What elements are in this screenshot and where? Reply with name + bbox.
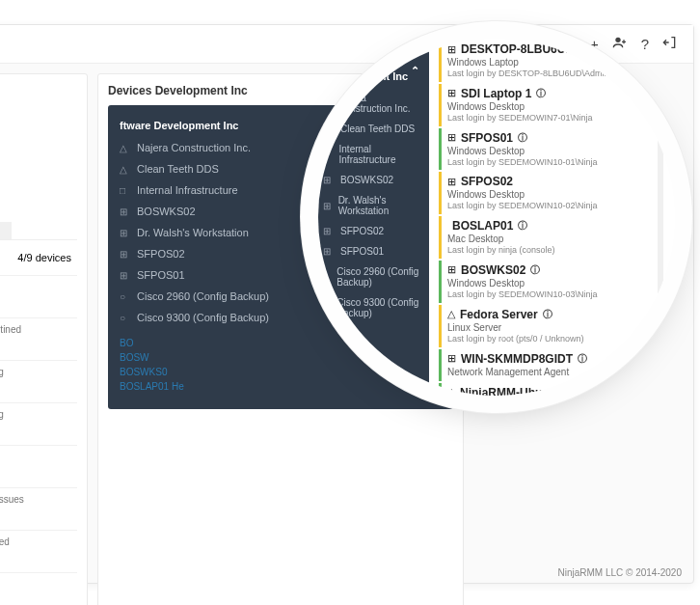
os-icon: ⊞ (447, 352, 456, 365)
os-icon: ⊞ (447, 263, 456, 276)
sidebar-item-label: SFPOS02 (137, 248, 185, 260)
sidebar-item-icon: △ (120, 164, 131, 175)
sidebar-item-icon: ⊞ (120, 228, 131, 238)
sidebar-item-label: Cisco 2960 (Config Backup) (337, 266, 419, 288)
magnifier-lens: ftware Development Inc ⌃ △Najera Constru… (318, 39, 675, 396)
info-icon[interactable]: ⓘ (518, 219, 527, 233)
info-icon[interactable]: ⓘ (543, 308, 552, 321)
add-icon[interactable]: + (590, 36, 599, 52)
device-item[interactable]: ⊞SFPOS02Windows DesktopLast login by SED… (439, 172, 675, 214)
device-login: Last login by SEDEMOWIN7-01\Ninja (447, 113, 675, 124)
sidebar-item-icon: ⊞ (120, 249, 131, 260)
os-icon: ⊞ (447, 131, 456, 144)
stat-item (0, 275, 77, 314)
health-chart (0, 105, 77, 240)
sidebar-item-icon: ○ (120, 313, 131, 323)
sidebar-item-label: BOSWKS02 (137, 206, 196, 217)
sidebar-item[interactable]: ⊞SFPOS01 (318, 241, 429, 261)
stat-label: Approved (0, 536, 73, 547)
sidebar-item-icon: ⊞ (323, 201, 333, 211)
sidebar-item-label: SFPOS01 (137, 269, 185, 281)
os-icon: ⊞ (447, 43, 456, 56)
svg-point-0 (615, 38, 620, 42)
device-login: Last login by SEDEMOWIN10-03\Ninja (447, 289, 675, 300)
info-icon[interactable]: ⓘ (536, 87, 546, 100)
info-icon[interactable]: ⓘ (530, 263, 540, 277)
stat-value: 2 (0, 379, 73, 393)
sidebar-item-icon: ⊞ (323, 175, 335, 185)
sidebar-item-icon: ○ (120, 291, 131, 302)
stat-value: 0 (0, 464, 73, 478)
stat-item: Quarantined0 (0, 317, 77, 356)
sidebar-item[interactable]: ⊞Dr. Walsh's Workstation (318, 190, 429, 221)
device-login: Last login by SEDEMOWIN10-01\Ninja (447, 157, 675, 168)
health-stats: Servers0Active1Quarantined0Failed0Pendin… (0, 275, 77, 605)
sidebar-item-icon: □ (120, 185, 131, 196)
sidebar-item-label: Najera Construction Inc. (137, 142, 251, 153)
stat-label: Cloud (0, 452, 73, 462)
sidebar-item[interactable]: ⊞SFPOS02 (318, 221, 429, 241)
stat-value: 0 (0, 507, 73, 520)
stat-value: 9 (0, 549, 73, 563)
sidebar-item[interactable]: ⊞BOSWKS02 (318, 170, 429, 190)
device-login: Last login by SEDEMOWIN10-02\Ninja (447, 201, 675, 211)
device-type: Mac Desktop (447, 233, 675, 245)
stat-value: 0 (0, 337, 73, 350)
os-icon: △ (447, 308, 455, 320)
device-name: BOSLAP01 (452, 219, 513, 233)
topbar: + ? (0, 25, 693, 64)
add-user-icon[interactable] (612, 35, 628, 53)
device-name: SDI Laptop 1 (461, 87, 531, 100)
device-type: Windows Desktop (447, 188, 675, 201)
info-icon[interactable]: ⓘ (518, 131, 527, 145)
os-icon: ⊞ (447, 87, 456, 99)
sidebar-item-label: Cisco 9300 (Config Backup) (137, 312, 269, 323)
stat-label: Quarantined (0, 324, 73, 335)
sidebar-item-label: Clean Teeth DDS (340, 124, 415, 134)
stat-item: Cloud0 (0, 445, 77, 483)
health-panel: h 44% healthy 4/9 devices Servers0Active… (0, 73, 88, 605)
sidebar-item-label: Cisco 2960 (Config Backup) (137, 290, 269, 302)
chart-bar (0, 222, 12, 239)
sidebar-item-label: Cisco 9300 (Config Backup) (337, 297, 419, 318)
sidebar-item-label: Clean Teeth DDS (137, 163, 219, 175)
chevron-up-icon: ⌃ (411, 65, 419, 77)
sidebar-item[interactable]: □Internal Infrastructure (318, 139, 429, 170)
stat-item (0, 572, 77, 605)
stat-label: Pending (0, 367, 73, 377)
help-icon[interactable]: ? (641, 36, 649, 52)
device-item[interactable]: BOSLAP01 ⓘMac DesktopLast login by ninja… (439, 216, 675, 259)
stat-label: Install Issues (0, 494, 73, 505)
sidebar-item-icon: ⊞ (323, 226, 335, 236)
sidebar-header-label: ftware Development Inc (120, 120, 238, 131)
sidebar-item-label: Dr. Walsh's Workstation (137, 227, 249, 238)
sidebar-item-icon: ⊞ (120, 270, 131, 281)
stat-item: Pending2 (0, 360, 77, 399)
os-icon: ⊞ (447, 176, 456, 188)
device-name: BOSWKS02 (461, 263, 525, 277)
device-item[interactable]: ⊞SFPOS01 ⓘWindows DesktopLast login by S… (439, 128, 675, 171)
stat-item: Approved9 (0, 530, 77, 568)
device-name: Fedora Server (460, 308, 538, 321)
sidebar-item-icon: ⊞ (120, 206, 131, 217)
sidebar-item-label: Internal Infrastructure (339, 144, 419, 165)
device-name: WIN-SKMMDP8GIDT (461, 352, 573, 366)
device-item[interactable]: ⊞BOSWKS02 ⓘWindows DesktopLast login by … (439, 261, 675, 303)
device-name: SFPOS01 (461, 131, 513, 145)
sidebar-item-label: Dr. Walsh's Workstation (338, 195, 419, 216)
health-title: h (0, 84, 77, 97)
sidebar-item-label: BOSWKS02 (340, 175, 393, 185)
stat-item: Install Issues0 (0, 487, 77, 526)
health-device-count: 4/9 devices (17, 252, 71, 263)
stat-label: Pending (0, 409, 73, 420)
footer-text: NinjaRMM LLC © 2014-2020 (557, 567, 682, 578)
sidebar-item-icon: △ (120, 143, 131, 153)
stat-value: 0 (0, 422, 73, 435)
logout-icon[interactable] (662, 35, 678, 53)
sidebar-item[interactable]: ○Cisco 2960 (Config Backup) (318, 261, 429, 292)
sidebar-link[interactable]: BOSWKS0 (120, 365, 442, 379)
info-icon[interactable]: ⓘ (578, 352, 587, 366)
device-login: Last login by ninja (console) (447, 245, 675, 256)
sidebar-link[interactable]: BOSLAP01 He (120, 379, 442, 394)
sidebar-item-icon: ⊞ (323, 246, 335, 257)
